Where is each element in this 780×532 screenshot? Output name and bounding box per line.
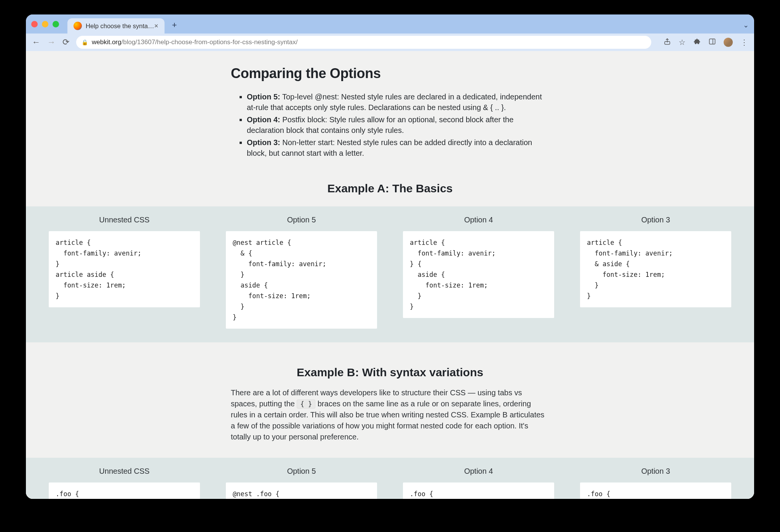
url-host: webkit.org [92,38,121,46]
section-heading: Comparing the Options [231,66,549,81]
reload-button[interactable]: ⟳ [62,37,69,47]
share-icon[interactable] [663,38,671,47]
extensions-puzzle-icon[interactable] [693,38,701,47]
option-item: Option 4: Postfix block: Style rules all… [247,114,549,136]
column-header: Option 4 [403,467,554,476]
bookmark-star-icon[interactable]: ☆ [679,38,686,47]
option-item: Option 3: Non-letter start: Nested style… [247,137,549,158]
lock-icon: 🔒 [82,39,88,45]
column-header: Option 5 [226,467,377,476]
profile-avatar[interactable] [724,38,733,47]
svg-rect-1 [710,39,715,44]
url-text: webkit.org/blog/13607/help-choose-from-o… [92,38,298,46]
page-content: Comparing the Options Option 5: Top-leve… [26,51,754,499]
side-panel-icon[interactable] [708,38,716,47]
code-block: .foo { [49,482,200,499]
titlebar: Help choose the syntax for CSS × + ⌄ [26,14,754,34]
column-header: Option 3 [580,467,731,476]
option-item: Option 5: Top-level @nest: Nested style … [247,91,549,113]
code-block: @nest article { & { font-family: avenir;… [226,231,377,329]
example-a-band: Unnested CSS article { font-family: aven… [26,206,754,342]
browser-tab[interactable]: Help choose the syntax for CSS × [67,18,165,34]
code-block: article { font-family: avenir; & aside {… [580,231,731,307]
url-path: /blog/13607/help-choose-from-options-for… [121,38,297,46]
column-header: Unnested CSS [49,216,200,224]
column-header: Option 5 [226,216,377,224]
address-bar[interactable]: 🔒 webkit.org/blog/13607/help-choose-from… [76,36,651,49]
kebab-menu-icon[interactable]: ⋮ [740,38,748,47]
code-block: .foo { [580,482,731,499]
tab-list-dropdown-icon[interactable]: ⌄ [743,21,749,29]
column-header: Unnested CSS [49,467,200,476]
forward-button[interactable]: → [47,37,56,47]
example-b-band: Unnested CSS .foo { Option 5 @nest .foo … [26,458,754,499]
close-window-button[interactable] [31,21,38,27]
inline-code: { } [297,399,315,409]
new-tab-button[interactable]: + [172,20,177,30]
minimize-window-button[interactable] [42,21,48,27]
fullscreen-window-button[interactable] [53,21,59,27]
browser-window: Help choose the syntax for CSS × + ⌄ ← →… [26,14,754,499]
column-header: Option 4 [403,216,554,224]
tab-title: Help choose the syntax for CSS [86,22,154,30]
code-block: .foo { [403,482,554,499]
example-a-heading: Example A: The Basics [231,182,549,195]
example-b-paragraph: There are a lot of different ways develo… [231,387,549,443]
code-block: @nest .foo { [226,482,377,499]
favicon-icon [74,22,82,30]
options-list: Option 5: Top-level @nest: Nested style … [231,91,549,158]
code-block: article { font-family: avenir; } { aside… [403,231,554,318]
column-header: Option 3 [580,216,731,224]
example-b-heading: Example B: With syntax variations [231,366,549,379]
code-block: article { font-family: avenir; } article… [49,231,200,307]
back-button[interactable]: ← [32,37,40,47]
toolbar: ← → ⟳ 🔒 webkit.org/blog/13607/help-choos… [26,34,754,51]
window-controls [31,21,59,27]
tab-close-icon[interactable]: × [154,22,158,29]
toolbar-right-icons: ☆ ⋮ [663,38,748,47]
